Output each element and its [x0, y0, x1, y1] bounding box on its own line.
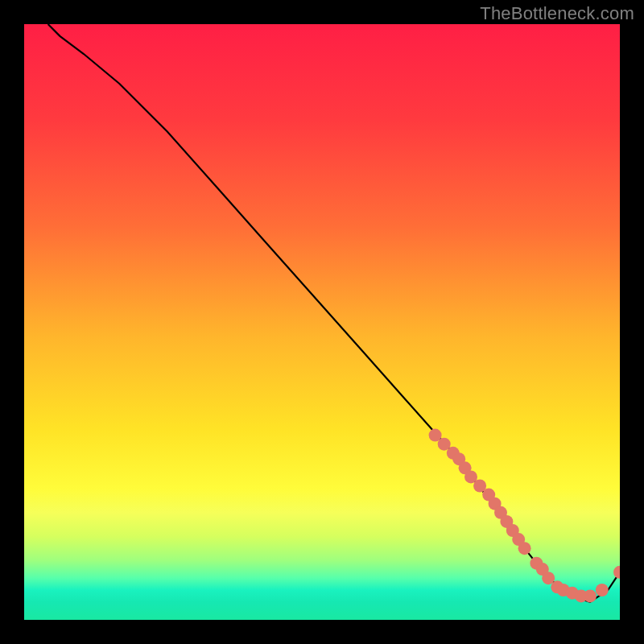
- chart-overlay: [24, 24, 620, 620]
- highlight-dot: [596, 584, 609, 597]
- highlight-dots: [429, 429, 620, 603]
- highlight-dot: [613, 566, 620, 579]
- watermark-text: TheBottleneck.com: [480, 3, 634, 24]
- curve-path: [48, 24, 620, 602]
- plot-area: [24, 24, 620, 620]
- highlight-dot: [584, 589, 597, 602]
- curve-line: [48, 24, 620, 602]
- highlight-dot: [518, 542, 531, 555]
- chart-stage: TheBottleneck.com: [0, 0, 644, 644]
